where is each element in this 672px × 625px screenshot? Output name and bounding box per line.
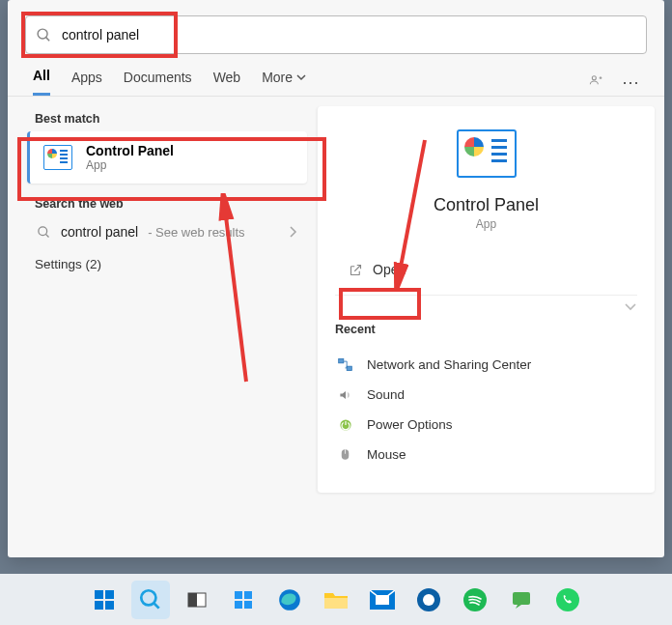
recent-label: Recent: [335, 323, 637, 336]
recent-item-label: Mouse: [367, 447, 406, 462]
recent-item[interactable]: Network and Sharing Center: [335, 350, 637, 380]
taskbar: [0, 574, 672, 625]
svg-point-32: [556, 588, 579, 611]
detail-subtitle: App: [335, 217, 637, 231]
taskbar-widgets-button[interactable]: [224, 581, 263, 619]
best-match-result[interactable]: Control Panel App: [27, 131, 307, 184]
search-input[interactable]: [62, 27, 636, 43]
best-match-subtitle: App: [86, 158, 174, 172]
svg-rect-6: [347, 366, 351, 370]
best-match-title: Control Panel: [86, 143, 174, 158]
detail-title: Control Panel: [335, 195, 637, 215]
svg-line-17: [154, 603, 158, 608]
taskbar-whatsapp-icon[interactable]: [548, 581, 587, 619]
tab-all[interactable]: All: [33, 68, 50, 96]
sound-icon: [337, 386, 353, 403]
control-panel-icon: [43, 145, 72, 170]
svg-rect-15: [105, 601, 114, 610]
chevron-right-icon: [288, 225, 297, 239]
svg-rect-14: [95, 601, 103, 610]
recent-item-label: Network and Sharing Center: [367, 357, 531, 372]
power-icon: [337, 416, 353, 433]
open-label: Open: [373, 262, 406, 277]
recent-item[interactable]: Sound: [335, 380, 637, 410]
tab-web[interactable]: Web: [213, 70, 241, 95]
tab-documents[interactable]: Documents: [124, 70, 192, 95]
chevron-down-icon: [296, 72, 306, 82]
svg-rect-5: [339, 359, 344, 363]
svg-rect-13: [105, 590, 114, 599]
best-match-label: Best match: [35, 112, 299, 126]
svg-rect-20: [235, 591, 242, 599]
search-icon: [37, 225, 51, 240]
recent-item-label: Sound: [367, 387, 405, 402]
taskbar-explorer-icon[interactable]: [317, 581, 355, 619]
open-button[interactable]: Open: [335, 252, 419, 287]
svg-rect-19: [188, 593, 197, 607]
search-bar[interactable]: [25, 15, 647, 54]
recent-item[interactable]: Mouse: [335, 440, 637, 469]
svg-rect-25: [324, 598, 348, 609]
network-icon: [337, 356, 353, 373]
svg-line-4: [45, 234, 48, 237]
taskbar-taskview-button[interactable]: [178, 581, 216, 619]
svg-line-1: [46, 37, 50, 41]
chevron-down-icon[interactable]: [624, 299, 637, 313]
taskbar-app-icon[interactable]: [409, 581, 448, 619]
svg-rect-12: [95, 590, 103, 599]
search-icon: [36, 27, 52, 43]
taskbar-chat-icon[interactable]: [502, 581, 541, 619]
recent-item-label: Power Options: [367, 417, 453, 432]
filter-tabs: All Apps Documents Web More ⋯: [8, 62, 664, 97]
svg-rect-22: [235, 601, 242, 609]
open-icon: [349, 263, 363, 277]
taskbar-start-button[interactable]: [85, 581, 124, 619]
svg-rect-27: [376, 595, 389, 605]
search-web-label: Search the web: [35, 197, 299, 211]
svg-rect-31: [513, 592, 530, 605]
mouse-icon: [337, 446, 353, 463]
settings-results[interactable]: Settings (2): [27, 247, 307, 281]
svg-point-0: [38, 29, 47, 39]
app-large-icon: [457, 129, 517, 178]
svg-point-29: [423, 594, 434, 606]
svg-point-2: [592, 75, 596, 79]
account-icon[interactable]: [589, 71, 604, 87]
web-result[interactable]: control panel - See web results: [27, 216, 307, 247]
taskbar-spotify-icon[interactable]: [456, 581, 494, 619]
taskbar-search-button[interactable]: [131, 581, 170, 619]
svg-rect-23: [244, 601, 252, 609]
recent-item[interactable]: Power Options: [335, 410, 637, 440]
svg-rect-21: [244, 591, 252, 599]
web-result-text: control panel: [61, 224, 138, 240]
web-result-hint: - See web results: [148, 225, 244, 240]
more-options-icon[interactable]: ⋯: [622, 71, 639, 93]
taskbar-edge-icon[interactable]: [270, 581, 309, 619]
tab-apps[interactable]: Apps: [71, 70, 102, 95]
svg-point-3: [39, 226, 47, 235]
taskbar-mail-icon[interactable]: [363, 581, 402, 619]
svg-point-16: [141, 590, 155, 605]
tab-more[interactable]: More: [262, 70, 306, 95]
